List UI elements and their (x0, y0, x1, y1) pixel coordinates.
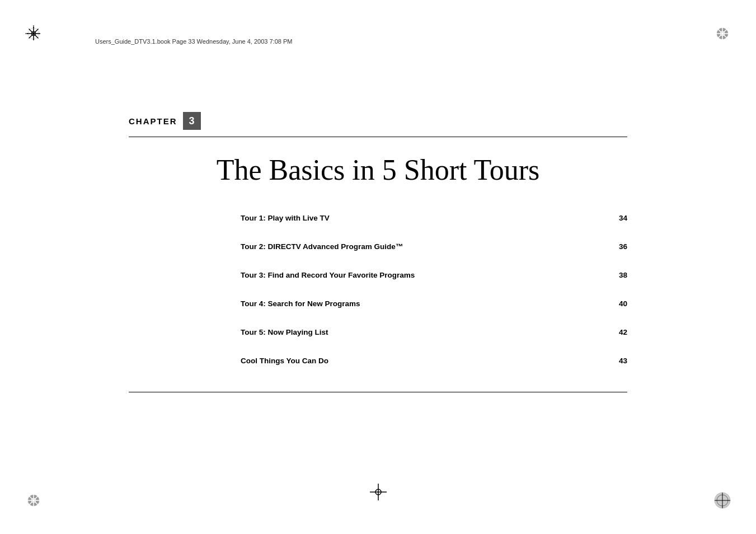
toc-label: Tour 3: Find and Record Your Favorite Pr… (241, 271, 599, 279)
toc-label: Tour 1: Play with Live TV (241, 214, 599, 222)
toc-container: Tour 1: Play with Live TV34Tour 2: DIREC… (241, 214, 627, 375)
toc-page: 42 (611, 328, 627, 336)
toc-entry: Tour 3: Find and Record Your Favorite Pr… (241, 271, 627, 289)
toc-entry: Cool Things You Can Do43 (241, 357, 627, 375)
chapter-text: CHAPTER (129, 116, 177, 126)
corner-mark-bl (25, 475, 59, 509)
toc-page: 43 (611, 357, 627, 365)
toc-page: 38 (611, 271, 627, 279)
chapter-number-box: 3 (183, 112, 201, 130)
toc-page: 36 (611, 242, 627, 251)
corner-mark-br (697, 475, 731, 509)
toc-label: Tour 5: Now Playing List (241, 328, 599, 336)
chapter-rule (129, 137, 627, 137)
toc-entry: Tour 1: Play with Live TV34 (241, 214, 627, 232)
corner-mark-tl (25, 25, 59, 59)
page-title: The Basics in 5 Short Tours (129, 154, 627, 186)
page: Users_Guide_DTV3.1.book Page 33 Wednesda… (0, 0, 756, 534)
toc-page: 40 (611, 299, 627, 308)
center-bottom-mark (370, 484, 387, 500)
main-content: CHAPTER 3 The Basics in 5 Short Tours To… (129, 112, 627, 392)
toc-page: 34 (611, 214, 627, 222)
toc-label: Tour 2: DIRECTV Advanced Program Guide™ (241, 242, 599, 251)
header-file-info: Users_Guide_DTV3.1.book Page 33 Wednesda… (95, 38, 292, 45)
corner-mark-tr (697, 25, 731, 59)
toc-label: Tour 4: Search for New Programs (241, 299, 599, 308)
toc-entry: Tour 5: Now Playing List42 (241, 328, 627, 346)
toc-label: Cool Things You Can Do (241, 357, 599, 365)
toc-entry: Tour 4: Search for New Programs40 (241, 299, 627, 318)
bottom-rule (129, 392, 627, 392)
toc-entry: Tour 2: DIRECTV Advanced Program Guide™3… (241, 242, 627, 261)
chapter-label-row: CHAPTER 3 (129, 112, 627, 130)
